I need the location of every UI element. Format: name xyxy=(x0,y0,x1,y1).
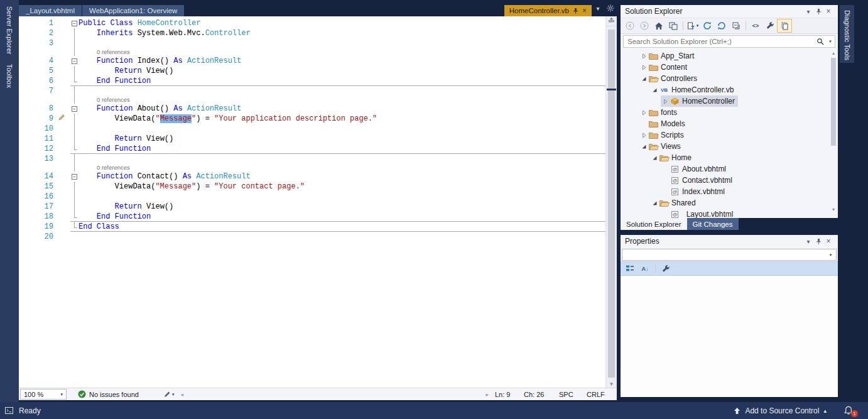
tree-item-home[interactable]: Home xyxy=(621,152,838,163)
code-line[interactable]: 17 Return View() xyxy=(19,202,605,212)
pending-changes-filter-button[interactable]: ▾ xyxy=(686,19,700,32)
code-line[interactable]: 20 xyxy=(19,232,605,242)
window-menu-chevron-icon[interactable]: ▾ xyxy=(803,8,813,15)
object-selector-combobox[interactable]: ▾ xyxy=(622,249,837,261)
outline-collapse-box[interactable]: − xyxy=(72,21,77,26)
code-line[interactable]: 2 Inherits System.Web.Mvc.Controller xyxy=(19,28,605,38)
code-line[interactable]: 6 End Function xyxy=(19,76,605,86)
tree-item-fonts[interactable]: fonts xyxy=(621,107,838,118)
outline-collapse-box[interactable]: − xyxy=(72,58,77,64)
code-line[interactable]: 3 xyxy=(19,38,605,48)
tree-item-contact-vbhtml[interactable]: @Contact.vbhtml xyxy=(621,175,838,186)
search-icon[interactable] xyxy=(815,38,826,45)
codelens-indicator[interactable]: 0 references xyxy=(19,96,605,104)
pin-icon[interactable] xyxy=(813,8,823,15)
code-line[interactable]: 18 End Function xyxy=(19,212,605,222)
tool-tab-solution-explorer[interactable]: Solution Explorer xyxy=(621,218,687,230)
scrollbar-thumb[interactable] xyxy=(608,30,615,378)
background-tasks-icon[interactable] xyxy=(5,407,13,414)
pin-icon[interactable] xyxy=(813,238,823,245)
tree-item-layout-vbhtml[interactable]: @_Layout.vbhtml xyxy=(621,209,838,218)
window-menu-chevron-icon[interactable]: ▾ xyxy=(803,238,813,245)
code-editor[interactable]: 1−Public Class HomeController2 Inherits … xyxy=(19,16,617,388)
split-window-button[interactable] xyxy=(606,16,617,26)
code-line[interactable]: 7 xyxy=(19,86,605,96)
code-line[interactable]: 16 xyxy=(19,192,605,202)
code-line[interactable]: 19End Class xyxy=(19,222,605,232)
switch-views-button[interactable] xyxy=(666,19,680,32)
tree-item-homecontroller[interactable]: HomeController xyxy=(621,95,838,107)
tree-item-models[interactable]: Models xyxy=(621,118,838,129)
tree-scrollbar-thumb[interactable] xyxy=(831,58,836,146)
close-icon[interactable]: × xyxy=(823,237,833,246)
document-dropdown-chevron-icon[interactable]: ▾ xyxy=(593,5,603,12)
code-line[interactable]: 15 ViewData("Message") = "Your contact p… xyxy=(19,182,605,192)
tree-item-about-vbhtml[interactable]: @About.vbhtml xyxy=(621,163,838,175)
scroll-down-arrow-icon[interactable]: ▾ xyxy=(830,207,837,212)
combobox-chevron-icon[interactable]: ▾ xyxy=(825,249,836,260)
outline-collapse-box[interactable]: − xyxy=(72,174,77,180)
sidebar-tab-server-explorer[interactable]: Server Explorer xyxy=(6,6,13,54)
alphabetical-button[interactable]: A↓ xyxy=(638,263,652,275)
document-tab-layout-vbhtml[interactable]: _Layout.vbhtml xyxy=(19,5,82,16)
chevron-collapsed-icon xyxy=(641,110,647,116)
navigate-forward-button[interactable] xyxy=(637,19,651,32)
close-icon[interactable]: × xyxy=(823,7,833,16)
code-line[interactable]: 14− Function Contact() As ActionResult xyxy=(19,171,605,182)
view-code-button[interactable]: <> xyxy=(749,19,762,32)
code-line[interactable]: 8− Function About() As ActionResult xyxy=(19,104,605,114)
sidebar-tab-diagnostic-tools[interactable]: Diagnostic Tools xyxy=(844,10,851,60)
add-to-source-control-button[interactable]: Add to Source Control ▴ xyxy=(734,406,827,415)
tree-item-shared[interactable]: Shared xyxy=(621,197,838,209)
code-line[interactable]: 13 xyxy=(19,154,605,164)
tree-scrollbar[interactable]: ▴ ▾ xyxy=(830,50,837,212)
tree-item-homecontroller-vb[interactable]: VBHomeController.vb xyxy=(621,84,838,95)
zoom-select[interactable]: 100 %▾ xyxy=(20,389,67,400)
codelens-indicator[interactable]: 0 references xyxy=(19,164,605,171)
tree-item-content[interactable]: Content xyxy=(621,62,838,73)
categorized-button[interactable] xyxy=(623,263,637,275)
tree-item-scripts[interactable]: Scripts xyxy=(621,129,838,141)
refresh-button[interactable] xyxy=(715,19,729,32)
tree-item-index-vbhtml[interactable]: @Index.vbhtml xyxy=(621,186,838,197)
property-pages-button[interactable] xyxy=(659,263,673,275)
search-input[interactable] xyxy=(624,38,815,45)
tree-item-app-start[interactable]: App_Start xyxy=(621,50,838,62)
navigate-back-button[interactable] xyxy=(623,19,637,32)
tree-item-controllers[interactable]: Controllers xyxy=(621,73,838,84)
properties-title: Properties xyxy=(625,237,803,246)
toolbar-separator xyxy=(746,21,746,30)
tool-tab-git-changes[interactable]: Git Changes xyxy=(687,218,739,230)
search-options-chevron-icon[interactable]: ▾ xyxy=(826,39,835,44)
code-line[interactable]: 12 End Function xyxy=(19,144,605,154)
properties-button[interactable] xyxy=(763,19,777,32)
sync-with-active-document-button[interactable] xyxy=(700,19,714,32)
code-line[interactable]: 10 xyxy=(19,124,605,134)
collapse-all-button[interactable] xyxy=(729,19,743,32)
active-document-tab[interactable]: HomeController.vb × xyxy=(504,5,592,16)
notifications-bell-button[interactable]: 1 xyxy=(844,406,853,415)
outline-collapse-box[interactable]: − xyxy=(72,106,77,112)
show-all-files-button[interactable] xyxy=(778,19,791,32)
document-tab-webapplication1-overview[interactable]: WebApplication1: Overview xyxy=(82,5,184,16)
codelens-indicator[interactable]: 0 references xyxy=(19,48,605,56)
pin-icon[interactable] xyxy=(573,8,578,14)
code-line[interactable]: 9 ViewData("Message") = "Your applicatio… xyxy=(19,114,605,124)
hscroll-right-arrow-icon[interactable]: ▸ xyxy=(486,391,489,398)
scroll-down-arrow-icon[interactable]: ▾ xyxy=(606,381,617,387)
toolbar-options-gear-icon[interactable] xyxy=(605,4,616,12)
code-line[interactable]: 1−Public Class HomeController xyxy=(19,18,605,28)
home-button[interactable] xyxy=(652,19,666,32)
code-line[interactable]: 5 Return View() xyxy=(19,66,605,76)
editor-pen-options-button[interactable]: ▾ xyxy=(164,391,175,398)
folder-icon xyxy=(648,131,659,139)
editor-vertical-scrollbar[interactable]: ▾ xyxy=(605,16,617,388)
scroll-up-arrow-icon[interactable]: ▴ xyxy=(830,50,837,56)
close-icon[interactable]: × xyxy=(582,7,587,14)
code-line[interactable]: 11 Return View() xyxy=(19,134,605,144)
sidebar-tab-toolbox[interactable]: Toolbox xyxy=(6,64,13,88)
hscroll-left-arrow-icon[interactable]: ◂ xyxy=(180,391,183,398)
code-line[interactable]: 4− Function Index() As ActionResult xyxy=(19,56,605,66)
health-check-icon[interactable] xyxy=(78,390,86,398)
tree-item-views[interactable]: Views xyxy=(621,141,838,152)
